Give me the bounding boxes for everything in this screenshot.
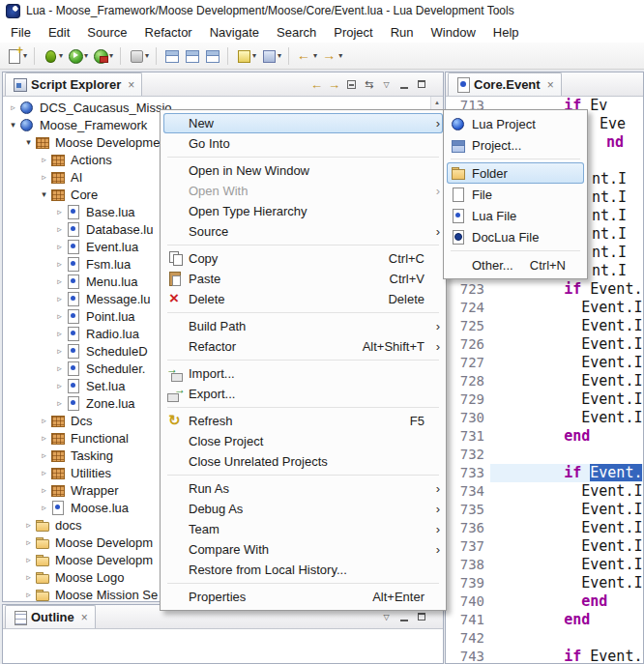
editor-line-728[interactable]: 728 Event.I <box>446 372 643 390</box>
menu-item-compare-with[interactable]: Compare With› <box>163 539 443 560</box>
menu-item-build-path[interactable]: Build Path› <box>163 316 443 336</box>
close-icon[interactable]: × <box>128 78 134 92</box>
expander-closed-icon[interactable]: ▹ <box>53 381 66 390</box>
minimize-icon[interactable] <box>395 609 412 625</box>
expander-closed-icon[interactable]: ▹ <box>38 433 50 443</box>
expander-closed-icon[interactable]: ▹ <box>53 311 66 321</box>
menu-item-export[interactable]: Export... <box>163 384 443 404</box>
expander-open-icon[interactable]: ▾ <box>7 120 19 130</box>
view-menu-icon[interactable]: ▽ <box>378 609 395 625</box>
expander-closed-icon[interactable]: ▹ <box>38 503 50 512</box>
maximize-icon[interactable] <box>413 609 429 625</box>
editor-line-740[interactable]: 740 end <box>446 592 643 611</box>
expander-closed-icon[interactable]: ▹ <box>22 572 35 582</box>
editor-line-737[interactable]: 737 Event.I <box>446 537 643 556</box>
menu-item-run-as[interactable]: Run As› <box>163 478 443 499</box>
tab-script-explorer[interactable]: Script Explorer × <box>5 72 142 96</box>
submenu-item-other[interactable]: Other...Ctrl+N <box>447 254 584 275</box>
submenu-item-lua-project[interactable]: Lua Project <box>447 113 584 134</box>
external-tools-button[interactable]: ▾ <box>90 44 115 68</box>
editor-view-1-button[interactable] <box>161 44 182 68</box>
menubar-source[interactable]: Source <box>78 23 135 42</box>
menu-item-source[interactable]: Source› <box>163 221 443 242</box>
editor-line-733[interactable]: 733 if Event. <box>446 464 643 482</box>
expander-open-icon[interactable]: ▾ <box>38 189 50 199</box>
menu-item-team[interactable]: Team› <box>163 519 443 539</box>
submenu-item-doclua-file[interactable]: DocLua File <box>447 226 584 247</box>
expander-closed-icon[interactable]: ▹ <box>38 485 50 495</box>
expander-closed-icon[interactable]: ▹ <box>38 450 50 460</box>
run-button[interactable]: ▾ <box>65 44 90 68</box>
expander-closed-icon[interactable]: ▹ <box>53 329 66 338</box>
tab-core-event[interactable]: Core.Event × <box>448 72 562 96</box>
mark-occurrences-button[interactable]: ▾ <box>233 44 258 68</box>
expander-closed-icon[interactable]: ▹ <box>7 102 19 112</box>
menu-item-new[interactable]: New› <box>163 113 443 133</box>
menubar-help[interactable]: Help <box>484 23 528 42</box>
submenu-item-project[interactable]: Project... <box>447 134 584 156</box>
menu-item-delete[interactable]: DeleteDelete <box>163 289 443 309</box>
expander-closed-icon[interactable]: ▹ <box>53 224 66 234</box>
forward-history-button[interactable]: ▾ <box>319 44 344 68</box>
expander-closed-icon[interactable]: ▹ <box>38 155 50 164</box>
close-icon[interactable]: × <box>547 78 554 92</box>
menu-item-restore-from-local-history[interactable]: Restore from Local History... <box>163 560 443 580</box>
link-with-editor-icon[interactable]: ⇆ <box>361 76 377 93</box>
maximize-icon[interactable] <box>413 76 429 93</box>
editor-line-725[interactable]: 725 Event.I <box>446 317 643 335</box>
menu-item-refactor[interactable]: RefactorAlt+Shift+T› <box>163 336 443 357</box>
menubar-file[interactable]: File <box>2 23 40 42</box>
editor-line-724[interactable]: 724 Event.I <box>446 299 643 317</box>
submenu-item-lua-file[interactable]: Lua File <box>447 205 584 226</box>
menubar-refactor[interactable]: Refactor <box>136 23 201 42</box>
submenu-item-folder[interactable]: Folder <box>447 162 584 184</box>
back-history-button[interactable]: ▾ <box>294 44 319 68</box>
menu-item-import[interactable]: Import... <box>163 363 443 384</box>
editor-line-727[interactable]: 727 Event.I <box>446 354 643 372</box>
menu-item-go-into[interactable]: Go Into <box>163 133 443 154</box>
expander-closed-icon[interactable]: ▹ <box>53 294 66 303</box>
menubar-window[interactable]: Window <box>423 23 484 42</box>
editor-line-742[interactable]: 742 <box>446 629 643 648</box>
view-menu-icon[interactable]: ▽ <box>378 76 395 93</box>
tab-outline[interactable]: Outline × <box>5 605 96 628</box>
new-wizard-button[interactable]: ▾ <box>4 44 29 68</box>
expander-closed-icon[interactable]: ▹ <box>53 363 66 373</box>
editor-line-734[interactable]: 734 Event.I <box>446 482 643 501</box>
menubar-run[interactable]: Run <box>382 23 423 42</box>
editor-line-726[interactable]: 726 Event.I <box>446 335 643 354</box>
submenu-item-file[interactable]: File <box>447 184 584 205</box>
expander-closed-icon[interactable]: ▹ <box>38 172 50 182</box>
editor-line-738[interactable]: 738 Event.I <box>446 556 643 574</box>
editor-line-723[interactable]: 723 if Event. <box>446 280 643 299</box>
menu-item-close-unrelated-projects[interactable]: Close Unrelated Projects <box>163 451 443 472</box>
scroll-up-icon[interactable]: ▲ <box>431 97 443 108</box>
editor-view-3-button[interactable] <box>202 44 222 68</box>
menu-item-copy[interactable]: CopyCtrl+C <box>163 248 443 269</box>
expander-closed-icon[interactable]: ▹ <box>22 555 35 564</box>
menubar-search[interactable]: Search <box>268 23 325 42</box>
expander-closed-icon[interactable]: ▹ <box>38 468 50 477</box>
menubar-project[interactable]: Project <box>325 23 381 42</box>
editor-line-741[interactable]: 741 end <box>446 611 643 629</box>
menu-item-debug-as[interactable]: Debug As› <box>163 499 443 519</box>
menu-item-paste[interactable]: PasteCtrl+V <box>163 269 443 289</box>
editor-line-736[interactable]: 736 Event.I <box>446 519 643 537</box>
expander-closed-icon[interactable]: ▹ <box>53 398 66 408</box>
expander-closed-icon[interactable]: ▹ <box>53 242 66 251</box>
menubar-edit[interactable]: Edit <box>40 23 78 42</box>
debug-button[interactable]: ▾ <box>40 44 65 68</box>
menu-item-refresh[interactable]: RefreshF5 <box>163 411 443 431</box>
menubar-navigate[interactable]: Navigate <box>201 23 268 42</box>
editor-line-729[interactable]: 729 Event.I <box>446 390 643 409</box>
editor-line-732[interactable]: 732 <box>446 446 643 464</box>
expander-closed-icon[interactable]: ▹ <box>53 276 66 286</box>
menu-item-open-type-hierarchy[interactable]: Open Type Hierarchy <box>163 201 443 221</box>
editor-line-731[interactable]: 731 end <box>446 427 643 446</box>
expander-closed-icon[interactable]: ▹ <box>53 346 66 356</box>
menu-item-close-project[interactable]: Close Project <box>163 431 443 451</box>
expander-closed-icon[interactable]: ▹ <box>22 537 35 547</box>
collapse-all-icon[interactable] <box>343 76 360 93</box>
expander-closed-icon[interactable]: ▹ <box>38 416 50 425</box>
menu-item-open-in-new-window[interactable]: Open in New Window <box>163 160 443 181</box>
